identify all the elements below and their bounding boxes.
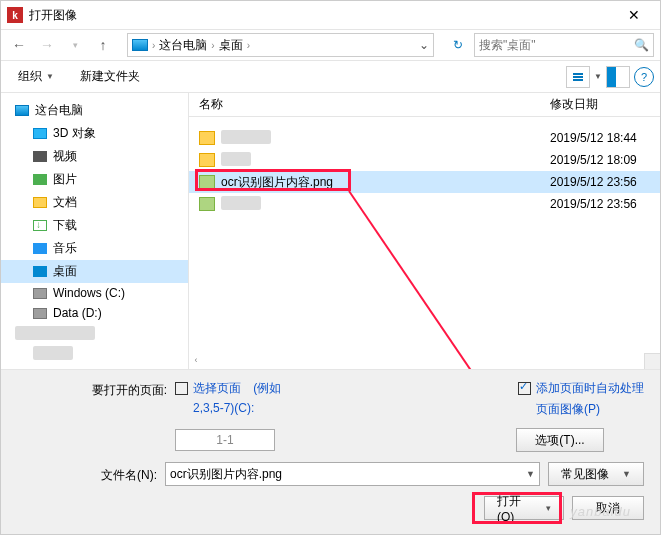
forward-arrow-icon[interactable]: → xyxy=(35,33,59,57)
download-icon xyxy=(33,220,47,231)
auto-process-checkbox[interactable]: 添加页面时自动处理 xyxy=(518,380,644,397)
tree-videos[interactable]: 视频 xyxy=(1,145,188,168)
drive-icon xyxy=(33,308,47,319)
search-input[interactable] xyxy=(479,38,634,52)
blurred xyxy=(221,152,251,166)
column-date[interactable]: 修改日期 xyxy=(550,96,660,113)
history-chevron-icon[interactable]: ▾ xyxy=(63,33,87,57)
help-icon[interactable]: ? xyxy=(634,67,654,87)
sidebar[interactable]: 这台电脑 3D 对象 视频 图片 文档 下载 音乐 桌面 Windows (C:… xyxy=(1,93,189,369)
drive-icon xyxy=(33,288,47,299)
auto-process-hint2: 页面图像(P) xyxy=(536,401,600,418)
action-row: 打开(O)▾ 取消 xyxy=(17,496,644,520)
chevron-down-icon: ▼ xyxy=(46,72,54,81)
music-icon xyxy=(33,243,47,254)
preview-pane-icon[interactable] xyxy=(606,66,630,88)
file-filter-dropdown[interactable]: 常见图像 ▼ xyxy=(548,462,644,486)
chevron-down-icon[interactable]: ▼ xyxy=(594,72,602,81)
breadcrumb-seg[interactable]: 这台电脑 xyxy=(159,37,207,54)
pages-row: 要打开的页面: 选择页面 (例如 添加页面时自动处理 xyxy=(17,380,644,399)
folder-icon xyxy=(199,131,215,145)
pc-icon xyxy=(15,105,29,116)
pc-icon xyxy=(132,39,148,51)
organize-button[interactable]: 组织 ▼ xyxy=(7,63,65,90)
open-file-dialog: k 打开图像 ✕ ← → ▾ ↑ › 这台电脑 › 桌面 › ⌄ ↻ 🔍 组织 … xyxy=(0,0,661,535)
cancel-button[interactable]: 取消 xyxy=(572,496,644,520)
tree-drive-d[interactable]: Data (D:) xyxy=(1,303,188,323)
pages-hint: (例如 xyxy=(253,380,281,397)
file-row-selected[interactable]: ocr识别图片内容.png2019/5/12 23:56 xyxy=(189,171,660,193)
refresh-icon[interactable]: ↻ xyxy=(446,38,470,52)
folder-icon xyxy=(199,153,215,167)
tree-3d-objects[interactable]: 3D 对象 xyxy=(1,122,188,145)
picture-icon xyxy=(33,174,47,185)
open-button[interactable]: 打开(O)▾ xyxy=(484,496,564,520)
pages-hint2: 2,3,5-7)(C): xyxy=(193,401,254,415)
blurred xyxy=(221,196,261,210)
filename-row: 文件名(N): ocr识别图片内容.png ▼ 常见图像 ▼ xyxy=(17,462,644,486)
chevron-down-icon: ▼ xyxy=(622,469,631,479)
page-range-input[interactable]: 1-1 xyxy=(175,429,275,451)
filename-input[interactable]: ocr识别图片内容.png ▼ xyxy=(165,462,540,486)
breadcrumb[interactable]: › 这台电脑 › 桌面 › ⌄ xyxy=(127,33,434,57)
nav-row: ← → ▾ ↑ › 这台电脑 › 桌面 › ⌄ ↻ 🔍 xyxy=(1,29,660,61)
chevron-right-icon: › xyxy=(245,40,252,51)
file-row[interactable]: 2019/5/12 18:09 xyxy=(189,149,660,171)
chevron-right-icon: › xyxy=(150,40,157,51)
video-icon xyxy=(33,151,47,162)
bottom-panel: 要打开的页面: 选择页面 (例如 添加页面时自动处理 2,3,5-7)(C): … xyxy=(1,370,660,534)
tree-desktop[interactable]: 桌面 xyxy=(1,260,188,283)
options-button[interactable]: 选项(T)... xyxy=(516,428,604,452)
view-list-icon[interactable] xyxy=(566,66,590,88)
filename-label: 文件名(N): xyxy=(17,465,157,484)
desktop-icon xyxy=(33,266,47,277)
back-arrow-icon[interactable]: ← xyxy=(7,33,31,57)
tree-documents[interactable]: 文档 xyxy=(1,191,188,214)
blurred xyxy=(33,346,73,360)
window-title: 打开图像 xyxy=(29,7,614,24)
title-bar: k 打开图像 ✕ xyxy=(1,1,660,29)
file-area: 名称 修改日期 2019/5/12 18:44 2019/5/12 18:09 … xyxy=(189,93,660,369)
select-pages-checkbox[interactable]: 选择页面 xyxy=(175,380,241,397)
image-file-icon xyxy=(199,175,215,189)
body-area: 这台电脑 3D 对象 视频 图片 文档 下载 音乐 桌面 Windows (C:… xyxy=(1,93,660,370)
file-list[interactable]: 2019/5/12 18:44 2019/5/12 18:09 ocr识别图片内… xyxy=(189,117,660,369)
column-name[interactable]: 名称 xyxy=(189,96,550,113)
search-icon[interactable]: 🔍 xyxy=(634,38,649,52)
file-row[interactable]: 2019/5/12 18:44 xyxy=(189,127,660,149)
breadcrumb-seg[interactable]: 桌面 xyxy=(219,37,243,54)
tree-blurred[interactable] xyxy=(1,343,188,363)
3d-icon xyxy=(33,128,47,139)
tree-pictures[interactable]: 图片 xyxy=(1,168,188,191)
scroll-left-icon[interactable]: ‹ xyxy=(189,355,203,369)
tree-this-pc[interactable]: 这台电脑 xyxy=(1,99,188,122)
app-icon: k xyxy=(7,7,23,23)
tree-drive-c[interactable]: Windows (C:) xyxy=(1,283,188,303)
toolbar: 组织 ▼ 新建文件夹 ▼ ? xyxy=(1,61,660,93)
image-file-icon xyxy=(199,197,215,211)
up-arrow-icon[interactable]: ↑ xyxy=(91,33,115,57)
tree-downloads[interactable]: 下载 xyxy=(1,214,188,237)
breadcrumb-dropdown-icon[interactable]: ⌄ xyxy=(254,38,429,52)
close-icon[interactable]: ✕ xyxy=(614,3,654,27)
document-icon xyxy=(33,197,47,208)
new-folder-button[interactable]: 新建文件夹 xyxy=(69,63,151,90)
blurred xyxy=(221,130,271,144)
view-controls: ▼ ? xyxy=(566,66,654,88)
chevron-right-icon: › xyxy=(209,40,216,51)
tree-music[interactable]: 音乐 xyxy=(1,237,188,260)
file-row[interactable]: 2019/5/12 23:56 xyxy=(189,193,660,215)
svg-line-0 xyxy=(349,191,489,369)
tree-blurred[interactable] xyxy=(1,323,188,343)
pages-label: 要打开的页面: xyxy=(17,380,167,399)
pages-row2: 2,3,5-7)(C): 页面图像(P) xyxy=(17,401,644,418)
scroll-corner xyxy=(644,353,660,369)
search-box[interactable]: 🔍 xyxy=(474,33,654,57)
file-header: 名称 修改日期 xyxy=(189,93,660,117)
chevron-down-icon[interactable]: ▼ xyxy=(526,469,535,479)
blurred xyxy=(15,326,95,340)
